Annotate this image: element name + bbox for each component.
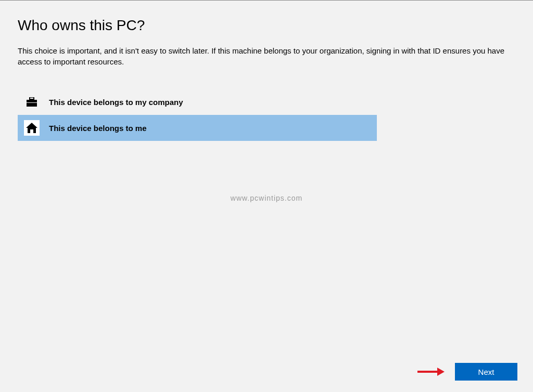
svg-rect-2 bbox=[27, 102, 37, 103]
next-button[interactable]: Next bbox=[455, 363, 517, 381]
ownership-options: This device belongs to my company This d… bbox=[18, 89, 377, 141]
watermark-text: www.pcwintips.com bbox=[231, 194, 302, 202]
home-icon bbox=[24, 120, 40, 136]
svg-rect-1 bbox=[30, 97, 34, 99]
briefcase-icon bbox=[24, 94, 40, 110]
option-personal-label: This device belongs to me bbox=[49, 124, 147, 133]
svg-marker-3 bbox=[26, 123, 37, 133]
arrow-annotation bbox=[417, 368, 446, 376]
main-content: Who owns this PC? This choice is importa… bbox=[0, 1, 533, 141]
option-personal[interactable]: This device belongs to me bbox=[18, 115, 377, 141]
svg-rect-0 bbox=[27, 100, 37, 107]
footer-controls: Next bbox=[417, 363, 517, 381]
page-title: Who owns this PC? bbox=[18, 17, 515, 34]
option-company-label: This device belongs to my company bbox=[49, 98, 183, 107]
page-description: This choice is important, and it isn't e… bbox=[18, 45, 515, 67]
option-company[interactable]: This device belongs to my company bbox=[18, 89, 377, 115]
